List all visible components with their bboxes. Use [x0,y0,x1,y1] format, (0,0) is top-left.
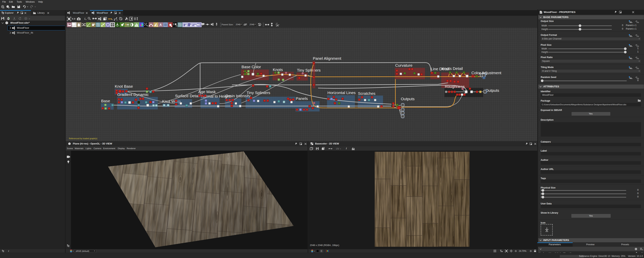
svg-text:1:1: 1:1 [72,18,75,20]
svg-text:Age Mask: Age Mask [198,90,216,94]
svg-text:Scratches: Scratches [358,91,375,96]
svg-text:01: 01 [176,25,178,27]
svg-text:Tiny Splinters: Tiny Splinters [246,91,270,95]
svg-text:Panels: Panels [296,96,308,101]
svg-text:Horizontal Lines: Horizontal Lines [328,91,356,95]
svg-text:Gradient Dynamic: Gradient Dynamic [117,92,149,97]
svg-text:Curvature: Curvature [395,63,412,68]
svg-text:01: 01 [147,25,149,27]
svg-text:Knots: Knots [273,68,283,72]
svg-text:Base: Base [101,99,110,103]
svg-text:Base Color: Base Color [242,65,261,69]
svg-text:Outputs: Outputs [401,97,415,101]
svg-text:Knots Detail: Knots Detail [442,66,463,71]
svg-text:A: A [160,23,162,27]
svg-text:Tiny Splinters: Tiny Splinters [297,68,320,72]
svg-text:Panel Alignment: Panel Alignment [313,56,341,61]
svg-text:Outputs: Outputs [486,88,499,93]
svg-text:Knot Base: Knot Base [115,84,133,88]
svg-text:i: i [84,17,85,20]
